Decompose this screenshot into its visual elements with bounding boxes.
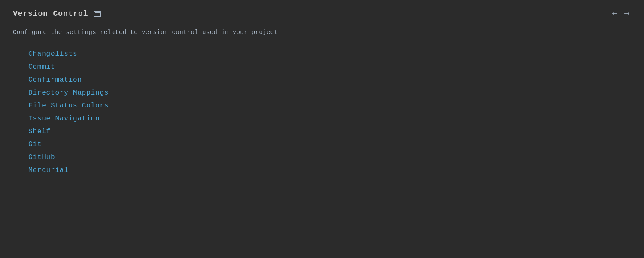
nav-item-github[interactable]: GitHub [13, 151, 631, 164]
nav-item-file-status-colors[interactable]: File Status Colors [13, 99, 631, 112]
page-title: Version Control [13, 9, 88, 18]
nav-item-commit[interactable]: Commit [13, 61, 631, 74]
nav-item-confirmation[interactable]: Confirmation [13, 74, 631, 86]
nav-arrows: ← → [611, 9, 631, 18]
nav-item-changelists[interactable]: Changelists [13, 48, 631, 61]
header-left: Version Control [13, 9, 101, 18]
nav-list: ChangelistsCommitConfirmationDirectory M… [13, 48, 631, 177]
back-button[interactable]: ← [611, 9, 619, 18]
nav-item-directory-mappings[interactable]: Directory Mappings [13, 86, 631, 99]
nav-item-issue-navigation[interactable]: Issue Navigation [13, 112, 631, 125]
page-container: Version Control ← → Configure the settin… [0, 0, 644, 258]
forward-button[interactable]: → [623, 9, 631, 18]
window-icon [94, 11, 101, 17]
page-description: Configure the settings related to versio… [13, 29, 631, 36]
nav-item-mercurial[interactable]: Mercurial [13, 164, 631, 177]
nav-item-git[interactable]: Git [13, 138, 631, 151]
header: Version Control ← → [13, 9, 631, 18]
nav-item-shelf[interactable]: Shelf [13, 125, 631, 138]
